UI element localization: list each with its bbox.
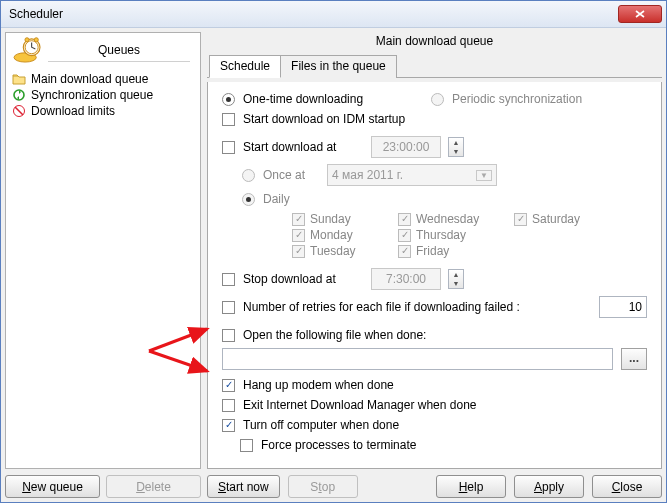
stop-button[interactable]: Stop — [288, 475, 358, 498]
apply-button[interactable]: Apply — [514, 475, 584, 498]
radio-periodic[interactable] — [431, 93, 444, 106]
turnoff-label: Turn off computer when done — [243, 418, 399, 432]
new-queue-button[interactable]: New queue — [5, 475, 100, 498]
stop-time-spinner[interactable]: ▲▼ — [448, 269, 464, 289]
checkbox-thursday[interactable] — [398, 229, 411, 242]
radio-once[interactable] — [242, 169, 255, 182]
queues-panel: Queues Main download queue Synchronizati… — [5, 32, 201, 469]
force-label: Force processes to terminate — [261, 438, 416, 452]
checkbox-hangup[interactable] — [222, 379, 235, 392]
once-date-field[interactable]: 4 мая 2011 г. ▼ — [327, 164, 497, 186]
titlebar: Scheduler — [1, 1, 666, 28]
radio-daily[interactable] — [242, 193, 255, 206]
browse-button[interactable]: ... — [621, 348, 647, 370]
once-at-label: Once at — [263, 168, 319, 182]
hangup-label: Hang up modem when done — [243, 378, 394, 392]
exit-idm-label: Exit Internet Download Manager when done — [243, 398, 476, 412]
checkbox-turnoff[interactable] — [222, 419, 235, 432]
queue-label: Download limits — [31, 104, 115, 118]
start-now-button[interactable]: Start now — [207, 475, 280, 498]
queues-list: Main download queue Synchronization queu… — [6, 67, 200, 123]
checkbox-retries[interactable] — [222, 301, 235, 314]
stop-at-label: Stop download at — [243, 272, 363, 286]
checkbox-friday[interactable] — [398, 245, 411, 258]
one-time-label: One-time downloading — [243, 92, 423, 106]
queues-title: Queues — [48, 39, 190, 62]
help-button[interactable]: Help — [436, 475, 506, 498]
close-icon[interactable] — [618, 5, 662, 23]
checkbox-sunday[interactable] — [292, 213, 305, 226]
start-time-field[interactable]: 23:00:00 — [371, 136, 441, 158]
periodic-label: Periodic synchronization — [452, 92, 582, 106]
main-title: Main download queue — [207, 32, 662, 50]
radio-one-time[interactable] — [222, 93, 235, 106]
daily-label: Daily — [263, 192, 290, 206]
calendar-dropdown-icon[interactable]: ▼ — [476, 170, 492, 181]
queue-item-limits[interactable]: Download limits — [12, 103, 194, 119]
start-at-label: Start download at — [243, 140, 363, 154]
schedule-panel: One-time downloading Periodic synchroniz… — [207, 82, 662, 469]
checkbox-wednesday[interactable] — [398, 213, 411, 226]
queue-item-sync[interactable]: Synchronization queue — [12, 87, 194, 103]
open-file-field[interactable] — [222, 348, 613, 370]
sync-icon — [12, 88, 26, 102]
queue-label: Main download queue — [31, 72, 148, 86]
scheduler-window: Scheduler Queues — [0, 0, 667, 503]
folder-icon — [12, 72, 26, 86]
checkbox-saturday[interactable] — [514, 213, 527, 226]
scheduler-icon — [12, 37, 42, 63]
checkbox-stop-at[interactable] — [222, 273, 235, 286]
limits-icon — [12, 104, 26, 118]
checkbox-monday[interactable] — [292, 229, 305, 242]
retries-label: Number of retries for each file if downl… — [243, 300, 520, 314]
svg-point-3 — [25, 38, 29, 42]
checkbox-exit-idm[interactable] — [222, 399, 235, 412]
retries-field[interactable]: 10 — [599, 296, 647, 318]
checkbox-tuesday[interactable] — [292, 245, 305, 258]
checkbox-force-terminate[interactable] — [240, 439, 253, 452]
close-dialog-button[interactable]: Close — [592, 475, 662, 498]
queue-label: Synchronization queue — [31, 88, 153, 102]
stop-time-field[interactable]: 7:30:00 — [371, 268, 441, 290]
delete-button[interactable]: Delete — [106, 475, 201, 498]
checkbox-start-at[interactable] — [222, 141, 235, 154]
open-file-label: Open the following file when done: — [243, 328, 426, 342]
checkbox-start-startup[interactable] — [222, 113, 235, 126]
start-startup-label: Start download on IDM startup — [243, 112, 405, 126]
window-title: Scheduler — [9, 7, 63, 21]
checkbox-open-file[interactable] — [222, 329, 235, 342]
svg-point-4 — [34, 38, 38, 42]
tab-files[interactable]: Files in the queue — [280, 55, 397, 78]
tabs: Schedule Files in the queue — [207, 54, 662, 78]
queue-item-main[interactable]: Main download queue — [12, 71, 194, 87]
tab-schedule[interactable]: Schedule — [209, 55, 281, 78]
start-time-spinner[interactable]: ▲▼ — [448, 137, 464, 157]
